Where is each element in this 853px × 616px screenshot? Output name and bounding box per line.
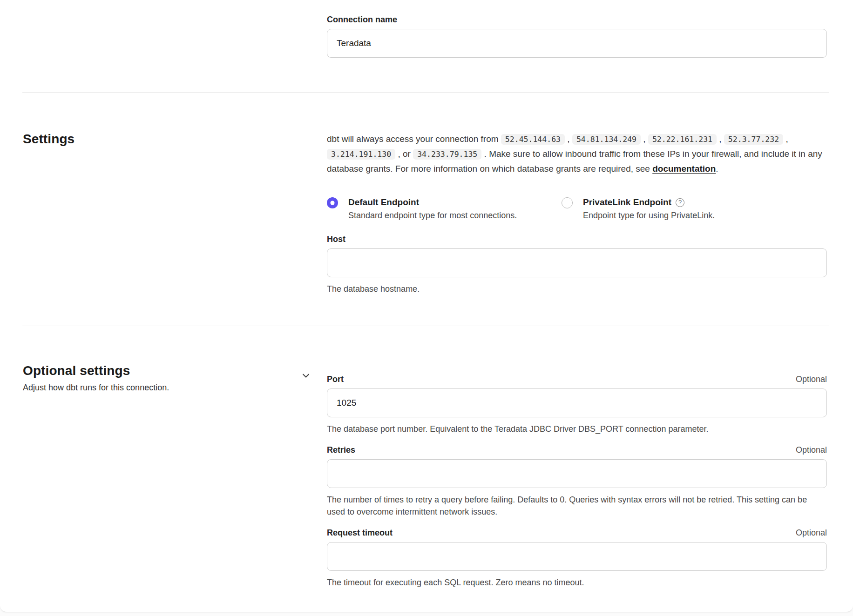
default-endpoint-description: Standard endpoint type for most connecti… [348,210,517,221]
ip-address-chip: 54.81.134.249 [572,134,641,145]
radio-selected-icon[interactable] [327,197,338,208]
ip-notice-text: dbt will always access your connection f… [327,134,501,144]
port-input[interactable] [327,388,827,417]
question-circle-icon[interactable]: ? [676,198,684,207]
ip-notice-text: , or [395,149,413,159]
port-helper-text: The database port number. Equivalent to … [327,423,827,435]
retries-input[interactable] [327,459,827,488]
host-helper-text: The database hostname. [327,283,827,295]
ip-address-chip: 52.22.161.231 [648,134,717,145]
connection-settings-card: Connection name Settings dbt will always… [0,0,853,612]
documentation-link[interactable]: documentation [652,164,716,174]
privatelink-endpoint-label: PrivateLink Endpoint ? [583,196,715,208]
request-timeout-field: Request timeout Optional The timeout for… [327,527,827,589]
host-input[interactable] [327,248,827,277]
request-timeout-label: Request timeout [327,527,393,538]
default-endpoint-label: Default Endpoint [348,196,517,208]
endpoint-radio-group: Default Endpoint Standard endpoint type … [327,196,827,221]
port-label: Port [327,374,344,385]
request-timeout-helper-text: The timeout for executing each SQL reque… [327,576,827,589]
chevron-down-icon [300,375,311,382]
retries-field: Retries Optional The number of times to … [327,444,827,518]
ip-notice-text: , [783,134,788,144]
ip-notice-text: , [717,134,724,144]
ip-address-chip: 34.233.79.135 [413,149,481,160]
ip-address-chip: 3.214.191.130 [327,149,395,160]
ip-address-chip: 52.45.144.63 [501,134,565,145]
retries-label: Retries [327,444,355,455]
optional-badge: Optional [796,527,827,538]
optional-settings-subheading: Adjust how dbt runs for this connection. [23,382,169,393]
optional-badge: Optional [796,374,827,385]
ip-notice-text: . [716,164,718,174]
radio-unselected-icon[interactable] [562,197,573,208]
radio-option-privatelink-endpoint[interactable]: PrivateLink Endpoint ? Endpoint type for… [562,196,715,221]
optional-badge: Optional [796,444,827,455]
optional-settings-section: Optional settings Adjust how dbt runs fo… [0,326,853,598]
connection-name-section: Connection name [0,0,853,92]
optional-settings-heading: Optional settings [23,363,169,378]
host-label: Host [327,234,827,245]
radio-option-default-endpoint[interactable]: Default Endpoint Standard endpoint type … [327,196,562,221]
connection-name-label: Connection name [327,14,827,25]
connection-name-input[interactable] [327,29,827,58]
privatelink-endpoint-description: Endpoint type for using PrivateLink. [583,210,715,221]
radio-label-text: PrivateLink Endpoint [583,196,671,208]
request-timeout-input[interactable] [327,542,827,571]
settings-section: Settings dbt will always access your con… [0,93,853,326]
radio-label-text: Default Endpoint [348,196,419,208]
ip-notice-text: , [641,134,648,144]
collapse-section-button[interactable] [299,369,312,383]
ip-allowlist-notice: dbt will always access your connection f… [327,132,827,176]
port-field: Port Optional The database port number. … [327,374,827,435]
retries-helper-text: The number of times to retry a query bef… [327,494,827,518]
host-field: Host The database hostname. [327,234,827,295]
ip-notice-text: , [565,134,572,144]
ip-address-chip: 52.3.77.232 [724,134,783,145]
settings-heading: Settings [23,132,304,147]
